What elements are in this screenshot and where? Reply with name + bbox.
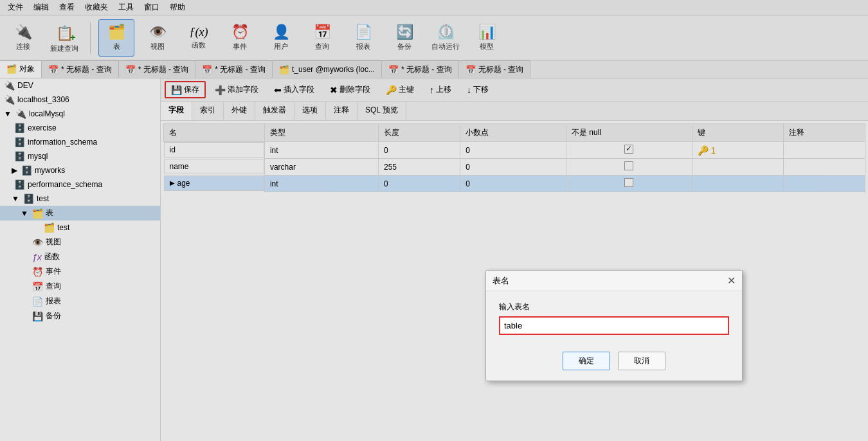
modal-table-name: 表名 ✕ 输入表名 确定 取消: [485, 270, 743, 381]
modal-confirm-button[interactable]: 确定: [563, 352, 610, 370]
modal-overlay: 表名 ✕ 输入表名 确定 取消: [0, 0, 868, 441]
modal-cancel-button[interactable]: 取消: [618, 352, 665, 370]
modal-body: 输入表名: [486, 291, 742, 345]
modal-title-bar: 表名 ✕: [486, 271, 742, 291]
modal-title: 表名: [493, 275, 509, 287]
modal-table-name-input[interactable]: [499, 316, 729, 335]
modal-footer: 确定 取消: [486, 345, 742, 381]
modal-close-button[interactable]: ✕: [727, 274, 736, 287]
modal-input-label: 输入表名: [499, 302, 729, 312]
